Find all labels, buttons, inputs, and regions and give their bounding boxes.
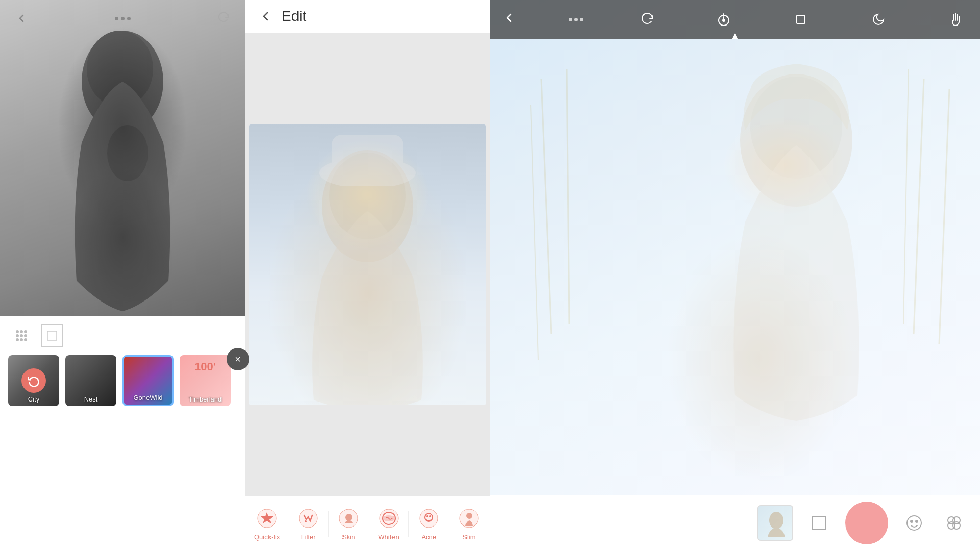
svg-line-38 bbox=[567, 69, 569, 324]
svg-line-37 bbox=[541, 79, 551, 334]
svg-point-28 bbox=[426, 515, 428, 517]
right-header: ▲ bbox=[490, 0, 980, 39]
right-icon-timer[interactable] bbox=[712, 11, 736, 28]
middle-header: Edit bbox=[245, 0, 490, 33]
left-dots-menu[interactable] bbox=[115, 17, 131, 20]
svg-rect-34 bbox=[797, 15, 805, 23]
crop-button[interactable] bbox=[805, 509, 833, 537]
svg-rect-12 bbox=[47, 331, 57, 340]
filter-strip-container: × City Nest bbox=[0, 355, 245, 414]
svg-line-40 bbox=[914, 79, 924, 334]
middle-edit-toolbar: Quick-fix Filter S bbox=[245, 496, 490, 551]
whiten-tool[interactable]: Whiten bbox=[373, 505, 405, 543]
svg-point-51 bbox=[953, 522, 960, 529]
filter-label: Filter bbox=[301, 533, 316, 541]
middle-panel: Edit Quic bbox=[245, 0, 490, 551]
svg-point-2 bbox=[107, 125, 148, 181]
right-icon-moon[interactable] bbox=[866, 11, 891, 28]
filter-gonewild-label: GoneWild bbox=[124, 394, 172, 402]
left-tool-row bbox=[0, 316, 245, 355]
acne-tool[interactable]: Acne bbox=[413, 505, 445, 543]
filter-timberland[interactable]: 100' Timberland bbox=[180, 355, 231, 406]
right-icon-crop[interactable] bbox=[789, 11, 813, 28]
right-up-arrow: ▲ bbox=[730, 31, 740, 41]
filter-icon bbox=[297, 507, 320, 530]
svg-point-10 bbox=[20, 338, 23, 341]
middle-back-button[interactable] bbox=[257, 8, 274, 24]
white-square-icon[interactable] bbox=[41, 324, 63, 347]
close-filter-button[interactable]: × bbox=[227, 348, 249, 370]
middle-image-area bbox=[245, 33, 490, 496]
svg-point-5 bbox=[24, 330, 27, 333]
quick-fix-label: Quick-fix bbox=[254, 533, 280, 541]
svg-point-46 bbox=[911, 520, 913, 522]
svg-point-22 bbox=[345, 514, 352, 521]
acne-label: Acne bbox=[421, 533, 436, 541]
skin-label: Skin bbox=[342, 533, 355, 541]
left-image-area bbox=[0, 0, 245, 316]
svg-point-3 bbox=[16, 330, 19, 333]
svg-line-39 bbox=[531, 105, 538, 360]
svg-point-11 bbox=[24, 338, 27, 341]
filter-strip: City Nest GoneWild 100' Timberland bbox=[0, 355, 245, 414]
whiten-icon bbox=[377, 507, 401, 530]
filter-timberland-label: Timberland bbox=[180, 395, 231, 403]
svg-point-8 bbox=[24, 334, 27, 337]
skin-tool[interactable]: Skin bbox=[333, 505, 364, 543]
undo-icon bbox=[21, 368, 46, 393]
right-icon-hand[interactable] bbox=[943, 11, 968, 28]
slim-label: Slim bbox=[462, 533, 475, 541]
svg-point-26 bbox=[420, 509, 438, 528]
svg-point-9 bbox=[16, 338, 19, 341]
filter-gonewild[interactable]: GoneWild bbox=[122, 355, 174, 406]
filter-tool[interactable]: Filter bbox=[292, 505, 324, 543]
left-back-button[interactable] bbox=[12, 9, 31, 28]
svg-point-47 bbox=[916, 520, 918, 522]
active-tool-button[interactable] bbox=[845, 502, 888, 544]
filter-nest[interactable]: Nest bbox=[65, 355, 116, 406]
slim-tool[interactable]: Slim bbox=[453, 505, 485, 543]
filter-city[interactable]: City bbox=[8, 355, 59, 406]
svg-line-41 bbox=[939, 89, 949, 344]
smiley-button[interactable] bbox=[900, 509, 928, 537]
right-dots-menu[interactable] bbox=[569, 18, 583, 21]
svg-line-42 bbox=[903, 69, 909, 324]
svg-point-6 bbox=[16, 334, 19, 337]
right-image-area bbox=[490, 0, 980, 551]
svg-point-31 bbox=[466, 513, 472, 519]
svg-rect-44 bbox=[813, 516, 826, 530]
svg-point-7 bbox=[20, 334, 23, 337]
filter-circles-button[interactable] bbox=[940, 509, 968, 537]
edit-title: Edit bbox=[282, 8, 306, 24]
right-refresh-button[interactable] bbox=[636, 8, 658, 31]
photo-thumbnail-button[interactable] bbox=[757, 505, 793, 541]
left-refresh-button[interactable] bbox=[214, 9, 233, 28]
slim-icon bbox=[457, 507, 481, 530]
right-panel: ▲ bbox=[490, 0, 980, 551]
whiten-label: Whiten bbox=[378, 533, 399, 541]
svg-point-33 bbox=[723, 19, 725, 21]
skin-icon bbox=[337, 507, 360, 530]
svg-point-19 bbox=[299, 509, 317, 528]
filter-nest-label: Nest bbox=[65, 395, 116, 403]
svg-point-45 bbox=[907, 516, 921, 530]
svg-point-43 bbox=[769, 512, 783, 529]
quick-fix-icon bbox=[255, 507, 279, 530]
right-bottom-toolbar bbox=[490, 495, 980, 551]
portrait-image bbox=[249, 124, 486, 405]
acne-icon bbox=[417, 507, 440, 530]
left-bottom-panel: × City Nest bbox=[0, 316, 245, 551]
left-header bbox=[0, 0, 245, 37]
filter-city-label: City bbox=[8, 395, 59, 403]
right-back-button[interactable] bbox=[502, 11, 516, 28]
svg-point-29 bbox=[429, 515, 431, 517]
svg-point-4 bbox=[20, 330, 23, 333]
grid-dots-icon[interactable] bbox=[10, 324, 33, 347]
svg-point-20 bbox=[305, 520, 307, 522]
left-panel: × City Nest bbox=[0, 0, 245, 551]
quick-fix-tool[interactable]: Quick-fix bbox=[250, 505, 284, 543]
svg-rect-16 bbox=[332, 135, 403, 176]
